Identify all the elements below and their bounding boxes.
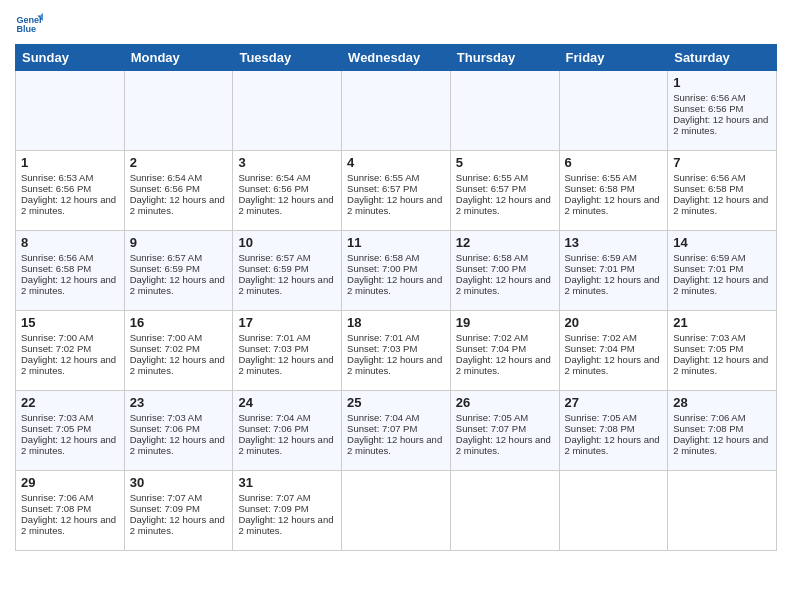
cell-week0-day3	[342, 71, 451, 151]
daylight-label: Daylight: 12 hours and 2 minutes.	[130, 354, 225, 376]
week-row-3: 15Sunrise: 7:00 AMSunset: 7:02 PMDayligh…	[16, 311, 777, 391]
day-number: 1	[21, 155, 119, 170]
daylight-label: Daylight: 12 hours and 2 minutes.	[21, 354, 116, 376]
header-saturday: Saturday	[668, 45, 777, 71]
cell-week1-day2: 3Sunrise: 6:54 AMSunset: 6:56 PMDaylight…	[233, 151, 342, 231]
day-number: 30	[130, 475, 228, 490]
day-number: 29	[21, 475, 119, 490]
daylight-label: Daylight: 12 hours and 2 minutes.	[456, 274, 551, 296]
sunrise-label: Sunrise: 7:04 AM	[238, 412, 310, 423]
cell-week0-day5	[559, 71, 668, 151]
day-number: 3	[238, 155, 336, 170]
day-number: 5	[456, 155, 554, 170]
sunset-label: Sunset: 6:56 PM	[673, 103, 743, 114]
sunrise-label: Sunrise: 6:59 AM	[565, 252, 637, 263]
sunset-label: Sunset: 7:05 PM	[21, 423, 91, 434]
sunrise-label: Sunrise: 6:55 AM	[347, 172, 419, 183]
cell-week1-day4: 5Sunrise: 6:55 AMSunset: 6:57 PMDaylight…	[450, 151, 559, 231]
sunrise-label: Sunrise: 6:53 AM	[21, 172, 93, 183]
daylight-label: Daylight: 12 hours and 2 minutes.	[238, 274, 333, 296]
daylight-label: Daylight: 12 hours and 2 minutes.	[565, 434, 660, 456]
daylight-label: Daylight: 12 hours and 2 minutes.	[347, 354, 442, 376]
day-number: 18	[347, 315, 445, 330]
cell-week4-day2: 24Sunrise: 7:04 AMSunset: 7:06 PMDayligh…	[233, 391, 342, 471]
sunrise-label: Sunrise: 7:03 AM	[21, 412, 93, 423]
sunset-label: Sunset: 6:59 PM	[238, 263, 308, 274]
header-friday: Friday	[559, 45, 668, 71]
sunset-label: Sunset: 7:04 PM	[456, 343, 526, 354]
daylight-label: Daylight: 12 hours and 2 minutes.	[673, 434, 768, 456]
day-number: 12	[456, 235, 554, 250]
calendar-table: SundayMondayTuesdayWednesdayThursdayFrid…	[15, 44, 777, 551]
day-number: 7	[673, 155, 771, 170]
sunrise-label: Sunrise: 7:02 AM	[565, 332, 637, 343]
cell-week0-day0	[16, 71, 125, 151]
cell-week2-day3: 11Sunrise: 6:58 AMSunset: 7:00 PMDayligh…	[342, 231, 451, 311]
daylight-label: Daylight: 12 hours and 2 minutes.	[673, 114, 768, 136]
sunset-label: Sunset: 7:02 PM	[21, 343, 91, 354]
sunrise-label: Sunrise: 7:03 AM	[673, 332, 745, 343]
svg-text:Blue: Blue	[16, 24, 36, 34]
cell-week0-day2	[233, 71, 342, 151]
day-number: 10	[238, 235, 336, 250]
sunrise-label: Sunrise: 6:54 AM	[238, 172, 310, 183]
sunset-label: Sunset: 6:58 PM	[565, 183, 635, 194]
sunset-label: Sunset: 6:56 PM	[21, 183, 91, 194]
day-number: 24	[238, 395, 336, 410]
daylight-label: Daylight: 12 hours and 2 minutes.	[21, 194, 116, 216]
cell-week5-day4	[450, 471, 559, 551]
sunrise-label: Sunrise: 6:57 AM	[130, 252, 202, 263]
calendar-header-row: SundayMondayTuesdayWednesdayThursdayFrid…	[16, 45, 777, 71]
cell-week2-day5: 13Sunrise: 6:59 AMSunset: 7:01 PMDayligh…	[559, 231, 668, 311]
daylight-label: Daylight: 12 hours and 2 minutes.	[130, 274, 225, 296]
cell-week3-day3: 18Sunrise: 7:01 AMSunset: 7:03 PMDayligh…	[342, 311, 451, 391]
daylight-label: Daylight: 12 hours and 2 minutes.	[565, 274, 660, 296]
sunrise-label: Sunrise: 7:06 AM	[673, 412, 745, 423]
cell-week3-day5: 20Sunrise: 7:02 AMSunset: 7:04 PMDayligh…	[559, 311, 668, 391]
daylight-label: Daylight: 12 hours and 2 minutes.	[238, 514, 333, 536]
cell-week3-day4: 19Sunrise: 7:02 AMSunset: 7:04 PMDayligh…	[450, 311, 559, 391]
header-thursday: Thursday	[450, 45, 559, 71]
sunrise-label: Sunrise: 7:05 AM	[565, 412, 637, 423]
day-number: 4	[347, 155, 445, 170]
sunset-label: Sunset: 6:58 PM	[21, 263, 91, 274]
header-monday: Monday	[124, 45, 233, 71]
daylight-label: Daylight: 12 hours and 2 minutes.	[456, 194, 551, 216]
cell-week5-day1: 30Sunrise: 7:07 AMSunset: 7:09 PMDayligh…	[124, 471, 233, 551]
week-row-0: 1Sunrise: 6:56 AMSunset: 6:56 PMDaylight…	[16, 71, 777, 151]
sunset-label: Sunset: 6:56 PM	[238, 183, 308, 194]
day-number: 14	[673, 235, 771, 250]
cell-week4-day3: 25Sunrise: 7:04 AMSunset: 7:07 PMDayligh…	[342, 391, 451, 471]
sunset-label: Sunset: 7:03 PM	[238, 343, 308, 354]
sunset-label: Sunset: 6:59 PM	[130, 263, 200, 274]
cell-week4-day5: 27Sunrise: 7:05 AMSunset: 7:08 PMDayligh…	[559, 391, 668, 471]
sunrise-label: Sunrise: 7:07 AM	[238, 492, 310, 503]
sunset-label: Sunset: 7:09 PM	[130, 503, 200, 514]
sunrise-label: Sunrise: 7:00 AM	[130, 332, 202, 343]
sunset-label: Sunset: 6:57 PM	[347, 183, 417, 194]
sunrise-label: Sunrise: 6:58 AM	[347, 252, 419, 263]
cell-week1-day0: 1Sunrise: 6:53 AMSunset: 6:56 PMDaylight…	[16, 151, 125, 231]
cell-week3-day1: 16Sunrise: 7:00 AMSunset: 7:02 PMDayligh…	[124, 311, 233, 391]
sunrise-label: Sunrise: 7:03 AM	[130, 412, 202, 423]
day-number: 15	[21, 315, 119, 330]
sunrise-label: Sunrise: 7:07 AM	[130, 492, 202, 503]
cell-week0-day6: 1Sunrise: 6:56 AMSunset: 6:56 PMDaylight…	[668, 71, 777, 151]
daylight-label: Daylight: 12 hours and 2 minutes.	[130, 194, 225, 216]
daylight-label: Daylight: 12 hours and 2 minutes.	[456, 434, 551, 456]
sunset-label: Sunset: 7:07 PM	[456, 423, 526, 434]
week-row-4: 22Sunrise: 7:03 AMSunset: 7:05 PMDayligh…	[16, 391, 777, 471]
cell-week1-day3: 4Sunrise: 6:55 AMSunset: 6:57 PMDaylight…	[342, 151, 451, 231]
sunset-label: Sunset: 7:03 PM	[347, 343, 417, 354]
daylight-label: Daylight: 12 hours and 2 minutes.	[347, 434, 442, 456]
header-tuesday: Tuesday	[233, 45, 342, 71]
header-wednesday: Wednesday	[342, 45, 451, 71]
day-number: 9	[130, 235, 228, 250]
week-row-1: 1Sunrise: 6:53 AMSunset: 6:56 PMDaylight…	[16, 151, 777, 231]
sunrise-label: Sunrise: 6:56 AM	[673, 92, 745, 103]
cell-week3-day6: 21Sunrise: 7:03 AMSunset: 7:05 PMDayligh…	[668, 311, 777, 391]
cell-week5-day5	[559, 471, 668, 551]
sunset-label: Sunset: 7:05 PM	[673, 343, 743, 354]
sunset-label: Sunset: 7:01 PM	[673, 263, 743, 274]
cell-week0-day4	[450, 71, 559, 151]
